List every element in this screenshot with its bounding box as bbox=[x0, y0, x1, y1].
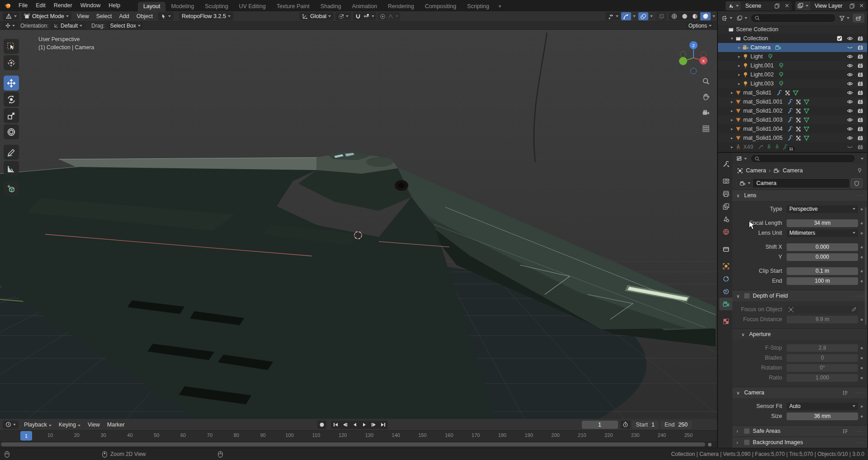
animate-dot-icon[interactable]: ● bbox=[858, 413, 865, 419]
property-value-slider[interactable]: 0.000 bbox=[787, 243, 858, 251]
curve-icon[interactable] bbox=[758, 144, 764, 150]
menu-file[interactable]: File bbox=[14, 0, 32, 11]
outliner-item-label[interactable]: mat_Solid1 bbox=[743, 90, 772, 96]
properties-tab-view-layer[interactable] bbox=[719, 200, 732, 213]
current-frame-field[interactable]: 1 bbox=[582, 421, 618, 429]
material-icon[interactable] bbox=[795, 117, 802, 123]
material-icon[interactable] bbox=[795, 126, 802, 132]
mode-selector[interactable]: Object Mode bbox=[21, 12, 71, 20]
mesh-data-icon[interactable] bbox=[803, 108, 810, 114]
outliner-item-label[interactable]: X49 bbox=[743, 144, 753, 150]
property-value-slider[interactable]: 100 m bbox=[787, 277, 858, 285]
tab-uv-editing[interactable]: UV Editing bbox=[234, 2, 271, 11]
outliner-item-label[interactable]: mat_Solid1.002 bbox=[743, 108, 783, 114]
mesh-data-icon[interactable] bbox=[803, 117, 810, 123]
outliner-item-label[interactable]: Scene Collection bbox=[736, 26, 778, 33]
panel-drag-handle[interactable]: ···· bbox=[855, 390, 863, 395]
camera-view-icon[interactable] bbox=[700, 107, 712, 119]
outliner-item-label[interactable]: Camera bbox=[750, 44, 770, 51]
property-value-slider[interactable]: 36 mm bbox=[787, 413, 858, 420]
tool-add-cube[interactable] bbox=[4, 181, 19, 196]
gizmos-toggle[interactable] bbox=[621, 12, 631, 20]
panel-caret-icon[interactable]: › bbox=[736, 440, 741, 445]
overlays-toggle[interactable] bbox=[638, 12, 648, 20]
viewport-menu-add[interactable]: Add bbox=[116, 13, 133, 19]
disable-render-icon[interactable] bbox=[857, 108, 863, 114]
frame-start-field[interactable]: Start1 bbox=[632, 421, 659, 429]
properties-scrollbar[interactable] bbox=[865, 207, 867, 325]
viewport-menu-select[interactable]: Select bbox=[93, 13, 116, 19]
view-layer-copy-icon[interactable] bbox=[847, 3, 857, 9]
panel-header-background-images[interactable]: ›Background Images···· bbox=[732, 437, 867, 448]
view-layer-icon[interactable] bbox=[795, 1, 810, 10]
hide-viewport-icon[interactable] bbox=[847, 99, 853, 105]
panel-checkbox[interactable] bbox=[744, 440, 750, 445]
panel-header-safe-areas[interactable]: ›Safe Areas···· bbox=[732, 426, 867, 436]
properties-tab-texture[interactable] bbox=[719, 315, 732, 327]
outliner-row-light-003[interactable]: ▸Light.003 bbox=[718, 79, 867, 88]
property-dropdown[interactable]: Perspective bbox=[787, 205, 858, 213]
jump-to-end-button[interactable] bbox=[378, 421, 388, 429]
expand-arrow[interactable]: ▸ bbox=[729, 118, 735, 122]
light-data-icon[interactable] bbox=[767, 53, 774, 60]
expand-arrow[interactable]: ▸ bbox=[736, 63, 742, 68]
disable-render-icon[interactable] bbox=[857, 53, 863, 60]
material-icon[interactable] bbox=[795, 108, 802, 114]
tool-fallback-dropdown[interactable] bbox=[158, 12, 174, 20]
transform-orientation-dropdown[interactable]: Global bbox=[299, 12, 334, 20]
timeline-menu-keying[interactable]: Keying bbox=[55, 422, 84, 428]
properties-editor-type-button[interactable] bbox=[735, 156, 748, 161]
scene-selector[interactable]: Scene ✕ bbox=[726, 1, 791, 10]
expand-arrow[interactable]: ▸ bbox=[729, 127, 735, 131]
panel-header-aperture[interactable]: ∨Aperture bbox=[732, 329, 867, 340]
properties-tab-render[interactable] bbox=[719, 175, 732, 187]
hide-viewport-icon[interactable] bbox=[847, 53, 853, 60]
next-keyframe-button[interactable] bbox=[369, 421, 378, 429]
outliner-row-light-001[interactable]: ▸Light.001 bbox=[718, 61, 867, 70]
wrench-icon[interactable] bbox=[787, 135, 793, 141]
property-value-slider[interactable]: 0.1 m bbox=[787, 267, 858, 275]
timeline-menu-marker[interactable]: Marker bbox=[104, 422, 128, 428]
pose-icon[interactable] bbox=[774, 144, 780, 150]
animate-dot-icon[interactable]: ● bbox=[858, 365, 865, 370]
wrench-green-icon[interactable] bbox=[782, 144, 788, 150]
viewport-menu-view[interactable]: View bbox=[73, 13, 93, 19]
timeline-scrollbar-thumb[interactable] bbox=[1, 442, 705, 446]
play-reverse-button[interactable] bbox=[350, 421, 359, 429]
outliner-row-light-002[interactable]: ▸Light.002 bbox=[718, 70, 867, 79]
hide-viewport-icon[interactable] bbox=[847, 126, 853, 132]
animate-dot-icon[interactable]: ● bbox=[858, 375, 865, 380]
tab-compositing[interactable]: Compositing bbox=[420, 2, 462, 11]
timeline-menu-playback[interactable]: Playback bbox=[20, 422, 55, 428]
shading-dropdown[interactable] bbox=[712, 15, 715, 17]
disable-render-icon[interactable] bbox=[857, 44, 863, 51]
tab-texture-paint[interactable]: Texture Paint bbox=[271, 2, 315, 11]
properties-tab-tool[interactable] bbox=[719, 157, 732, 170]
outliner-item-label[interactable]: Light.002 bbox=[750, 71, 774, 78]
expand-arrow[interactable]: ▸ bbox=[729, 145, 735, 149]
outliner-row-scene-collection[interactable]: Scene Collection bbox=[718, 25, 867, 34]
outliner-item-label[interactable]: Collection bbox=[743, 35, 768, 42]
tool-annotate[interactable] bbox=[4, 145, 19, 160]
disable-render-icon[interactable] bbox=[857, 62, 863, 69]
tool-cursor[interactable] bbox=[4, 55, 19, 70]
outliner-row-mat-solid1[interactable]: ▸mat_Solid1 bbox=[718, 88, 867, 97]
options-button[interactable]: Options bbox=[686, 22, 714, 29]
panel-drag-handle[interactable]: ···· bbox=[855, 294, 863, 299]
proportional-editing-group[interactable] bbox=[378, 12, 400, 20]
tool-transform[interactable] bbox=[4, 124, 19, 139]
disable-render-icon[interactable] bbox=[857, 144, 863, 150]
shading-rendered-button[interactable] bbox=[700, 12, 711, 20]
light-data-icon[interactable] bbox=[778, 71, 784, 78]
property-value-slider[interactable]: 0.000 bbox=[787, 253, 858, 261]
timeline-scrollbar[interactable] bbox=[0, 441, 717, 448]
tab-modeling[interactable]: Modeling bbox=[165, 2, 199, 11]
properties-options-dropdown[interactable] bbox=[858, 158, 864, 160]
fake-user-shield-button[interactable] bbox=[851, 178, 863, 188]
expand-arrow[interactable]: ▸ bbox=[736, 81, 742, 86]
viewport-menu-object[interactable]: Object bbox=[133, 13, 156, 19]
outliner-row-mat-solid1-004[interactable]: ▸mat_Solid1.004 bbox=[718, 124, 867, 133]
animate-dot-icon[interactable]: ● bbox=[858, 230, 865, 236]
hide-viewport-icon[interactable] bbox=[847, 90, 853, 96]
orientation-setting-dropdown[interactable]: Default bbox=[51, 22, 85, 29]
